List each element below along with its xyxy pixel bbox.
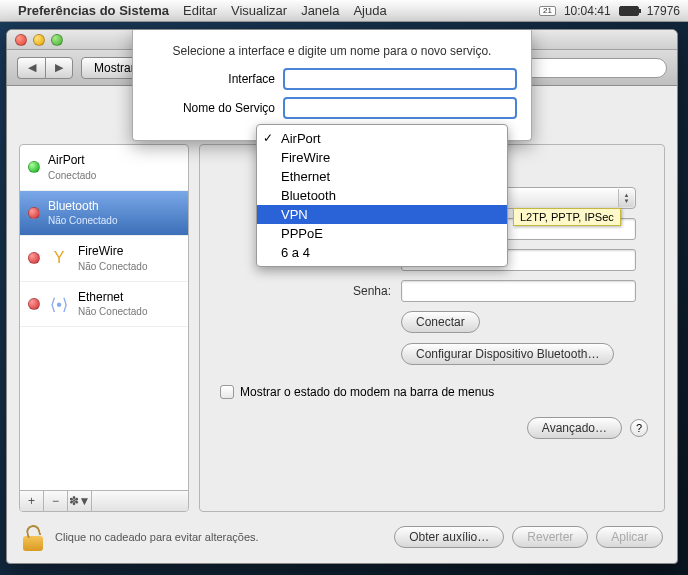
minimize-icon[interactable] — [33, 34, 45, 46]
ethernet-icon: ⟨•⟩ — [48, 293, 70, 315]
sidebar-item-label: AirPort — [48, 153, 96, 169]
menu-janela[interactable]: Janela — [301, 3, 339, 18]
service-name-field[interactable] — [283, 97, 517, 119]
password-field[interactable] — [401, 280, 636, 302]
menu-ajuda[interactable]: Ajuda — [353, 3, 386, 18]
zoom-icon[interactable] — [51, 34, 63, 46]
dropdown-item-6a4[interactable]: 6 a 4 — [257, 243, 507, 262]
advanced-button[interactable]: Avançado… — [527, 417, 622, 439]
sidebar-item-status: Não Conectado — [48, 214, 118, 227]
menu-extra[interactable]: 17976 — [647, 4, 680, 18]
back-button[interactable]: ◀ — [17, 57, 45, 79]
dropdown-item-airport[interactable]: AirPort — [257, 129, 507, 148]
menu-editar[interactable]: Editar — [183, 3, 217, 18]
app-name[interactable]: Preferências do Sistema — [18, 3, 169, 18]
interface-select[interactable] — [283, 68, 517, 90]
sheet-prompt: Selecione a interface e digite um nome p… — [147, 44, 517, 58]
sidebar-item-label: Bluetooth — [48, 199, 118, 215]
apply-button[interactable]: Aplicar — [596, 526, 663, 548]
interface-dropdown: AirPort FireWire Ethernet Bluetooth VPN … — [256, 124, 508, 267]
clock[interactable]: 10:04:41 — [564, 4, 611, 18]
remove-interface-button[interactable]: − — [44, 491, 68, 511]
menu-visualizar[interactable]: Visualizar — [231, 3, 287, 18]
sidebar-item-status: Não Conectado — [78, 260, 148, 273]
status-dot-red — [28, 252, 40, 264]
interfaces-sidebar: AirPort Conectado Bluetooth Não Conectad… — [19, 144, 189, 512]
lock-text: Clique no cadeado para evitar alterações… — [55, 531, 384, 543]
sidebar-item-label: Ethernet — [78, 290, 148, 306]
stepper-icon[interactable]: ▲▼ — [618, 189, 634, 207]
add-interface-button[interactable]: + — [20, 491, 44, 511]
status-dot-red — [28, 207, 40, 219]
firewire-icon: Y — [48, 247, 70, 269]
interface-label: Interface — [147, 72, 275, 86]
get-help-button[interactable]: Obter auxílio… — [394, 526, 504, 548]
sidebar-item-airport[interactable]: AirPort Conectado — [20, 145, 188, 191]
help-button[interactable]: ? — [630, 419, 648, 437]
close-icon[interactable] — [15, 34, 27, 46]
calendar-icon[interactable]: 21 — [539, 6, 556, 16]
show-status-checkbox[interactable]: Mostrar o estado do modem na barra de me… — [220, 385, 648, 399]
sidebar-item-label: FireWire — [78, 244, 148, 260]
sidebar-item-ethernet[interactable]: ⟨•⟩ Ethernet Não Conectado — [20, 282, 188, 328]
menubar: Preferências do Sistema Editar Visualiza… — [0, 0, 688, 22]
status-dot-green — [28, 161, 40, 173]
password-label: Senha: — [216, 284, 391, 298]
configure-device-button[interactable]: Configurar Dispositivo Bluetooth… — [401, 343, 614, 365]
checkbox-label: Mostrar o estado do modem na barra de me… — [240, 385, 494, 399]
checkbox-icon[interactable] — [220, 385, 234, 399]
vpn-tooltip: L2TP, PPTP, IPSec — [513, 208, 621, 226]
prefs-window: Rede ◀ ▶ Mostrar Tudo 🔍 Selecione a inte… — [6, 29, 678, 564]
sidebar-item-firewire[interactable]: Y FireWire Não Conectado — [20, 236, 188, 282]
battery-icon[interactable] — [619, 6, 639, 16]
lock-icon[interactable] — [21, 523, 45, 551]
dropdown-item-firewire[interactable]: FireWire — [257, 148, 507, 167]
gear-menu-button[interactable]: ✽▼ — [68, 491, 92, 511]
status-dot-red — [28, 298, 40, 310]
sidebar-item-status: Conectado — [48, 169, 96, 182]
revert-button[interactable]: Reverter — [512, 526, 588, 548]
forward-button[interactable]: ▶ — [45, 57, 73, 79]
service-name-label: Nome do Serviço — [147, 101, 275, 115]
sidebar-item-status: Não Conectado — [78, 305, 148, 318]
dropdown-item-bluetooth[interactable]: Bluetooth — [257, 186, 507, 205]
dropdown-item-pppoe[interactable]: PPPoE — [257, 224, 507, 243]
window-footer: Clique no cadeado para evitar alterações… — [21, 523, 663, 551]
sidebar-item-bluetooth[interactable]: Bluetooth Não Conectado — [20, 191, 188, 237]
connect-button[interactable]: Conectar — [401, 311, 480, 333]
dropdown-item-ethernet[interactable]: Ethernet — [257, 167, 507, 186]
dropdown-item-vpn[interactable]: VPN — [257, 205, 507, 224]
